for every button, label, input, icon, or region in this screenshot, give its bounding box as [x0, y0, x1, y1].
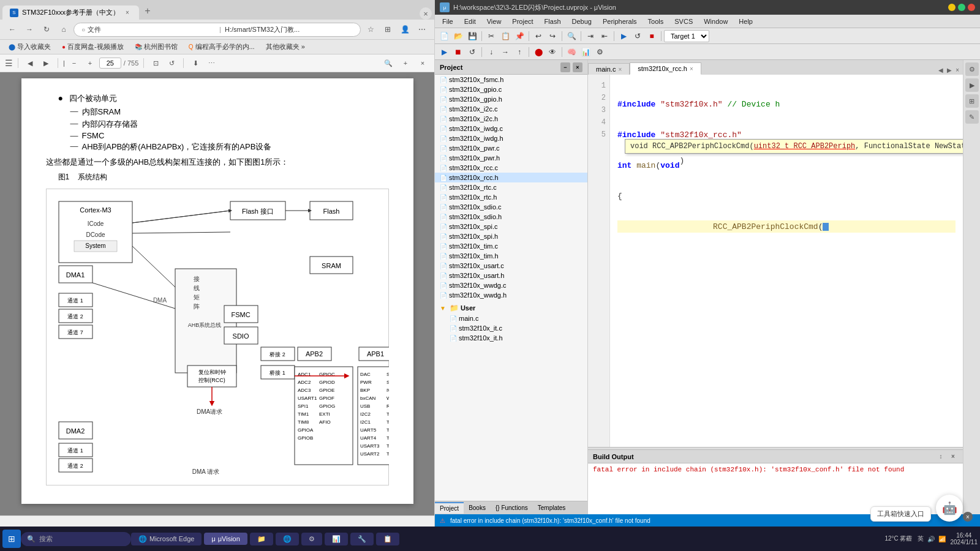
tree-item-usart-c[interactable]: 📄 stm32f10x_usart.c [435, 261, 587, 271]
sidebar-icon-4[interactable]: ✎ [965, 110, 979, 124]
tree-item-main-c[interactable]: 📄 main.c [435, 313, 587, 323]
menu-peripherals[interactable]: Peripherals [598, 17, 642, 26]
tool-undo[interactable]: ↩ [532, 29, 545, 43]
tree-item-tim-c[interactable]: 📄 stm32f10x_tim.c [435, 241, 587, 251]
tab-books[interactable]: Books [464, 503, 491, 513]
tree-item-it-c[interactable]: 📄 stm32f10x_it.c [435, 323, 587, 333]
chat-x-icon[interactable]: × [963, 512, 973, 522]
tree-item-wwdg-h[interactable]: 📄 stm32f10x_wwdg.h [435, 290, 587, 300]
pdf-search-button[interactable]: 🔍 [382, 56, 395, 70]
tool-debug-reset[interactable]: ↺ [466, 45, 479, 59]
tool-debug-start[interactable]: ▶ [437, 45, 451, 59]
taskbar-search-bar[interactable]: 🔍 搜索 [21, 532, 131, 546]
project-panel-minus[interactable]: − [560, 62, 570, 72]
bookmark-more[interactable]: 其他收藏夹 » [262, 41, 309, 53]
tab-nav-close[interactable]: × [954, 66, 960, 75]
browser-tab-active[interactable]: S STM32F10xxx参考手册（中文） × [2, 6, 139, 20]
address-bar[interactable]: ○ 文件 | H:/smart/STM32入门教... [74, 23, 361, 37]
menu-file[interactable]: File [437, 17, 458, 26]
back-button[interactable]: ← [5, 22, 20, 37]
forward-button[interactable]: → [22, 22, 37, 37]
taskbar-browser-btn[interactable]: 🌐 Microsoft Edge [131, 533, 202, 545]
tool-indent[interactable]: ⇥ [584, 29, 597, 43]
menu-window[interactable]: Window [699, 17, 733, 26]
start-button[interactable]: ⊞ [2, 530, 21, 548]
tool-memory[interactable]: 🧠 [565, 45, 578, 59]
menu-debug[interactable]: Debug [567, 17, 597, 26]
tool-step-out[interactable]: ↑ [513, 45, 526, 59]
tree-item-i2c-c[interactable]: 📄 stm32f10x_i2c.c [435, 104, 587, 114]
tree-item-wwdg-c[interactable]: 📄 stm32f10x_wwdg.c [435, 280, 587, 290]
tree-item-rcc-c[interactable]: 📄 stm32f10x_rcc.c [435, 163, 587, 173]
tree-item-fsmc-h[interactable]: 📄 stm32f10x_fsmc.h [435, 75, 587, 84]
menu-tools[interactable]: Tools [643, 17, 669, 26]
pdf-plus-button[interactable]: + [83, 56, 97, 70]
tab-functions[interactable]: {} Functions [491, 503, 533, 513]
bookmark-baidu[interactable]: ● 百度网盘-视频播放 [58, 41, 127, 53]
tree-item-sdio-c[interactable]: 📄 stm32f10x_sdio.c [435, 202, 587, 212]
pdf-close-button[interactable]: × [416, 56, 429, 70]
tool-find[interactable]: 🔍 [565, 29, 578, 43]
tool-step-in[interactable]: ↓ [484, 45, 498, 59]
bookmark-library[interactable]: 📚 杭州图书馆 [131, 41, 181, 53]
pdf-fit-button[interactable]: ⊡ [149, 56, 162, 70]
target-dropdown[interactable]: Target 1 [664, 30, 709, 42]
ide-close-button[interactable]: × [968, 4, 975, 11]
pdf-more-button[interactable]: ⋯ [205, 56, 218, 70]
extensions-button[interactable]: ⊞ [380, 22, 395, 37]
tree-item-iwdg-h[interactable]: 📄 stm32f10x_iwdg.h [435, 133, 587, 143]
pdf-zoom-button[interactable]: + [399, 56, 412, 70]
editor-tab-main-c[interactable]: main.c × [588, 63, 630, 75]
pdf-rotate-button[interactable]: ↺ [165, 56, 178, 70]
tree-item-rtc-h[interactable]: 📄 stm32f10x_rtc.h [435, 192, 587, 202]
tree-item-spi-c[interactable]: 📄 stm32f10x_spi.c [435, 222, 587, 231]
menu-project[interactable]: Project [507, 17, 538, 26]
pdf-sidebar-toggle[interactable]: ☰ [5, 58, 13, 68]
tree-item-rcc-h[interactable]: 📄 stm32f10x_rcc.h [435, 173, 587, 182]
menu-flash[interactable]: Flash [540, 17, 566, 26]
tree-item-spi-h[interactable]: 📄 stm32f10x_spi.h [435, 231, 587, 241]
bookmark-coding[interactable]: Q 编程高手必学的内... [185, 41, 258, 53]
ide-maximize-button[interactable]: □ [958, 4, 965, 11]
menu-svcs[interactable]: SVCS [669, 17, 698, 26]
menu-edit[interactable]: Edit [459, 17, 481, 26]
tab-nav-left[interactable]: ◀ [937, 66, 944, 75]
tree-item-rtc-c[interactable]: 📄 stm32f10x_rtc.c [435, 182, 587, 192]
tool-breakpoint[interactable]: ⬤ [532, 45, 545, 59]
tree-item-usart-h[interactable]: 📄 stm32f10x_usart.h [435, 271, 587, 280]
tool-cut[interactable]: ✂ [484, 29, 498, 43]
tree-item-gpio-c[interactable]: 📄 stm32f10x_gpio.c [435, 84, 587, 94]
home-button[interactable]: ⌂ [56, 22, 71, 37]
tool-build[interactable]: ▶ [617, 29, 630, 43]
taskbar-app1-btn[interactable]: ⚙ [301, 533, 322, 545]
editor-tab-close-rcc[interactable]: × [690, 66, 693, 72]
chat-widget[interactable]: 🤖 [936, 495, 963, 522]
taskbar-app4-btn[interactable]: 📋 [376, 533, 399, 545]
build-output-resize[interactable]: ↕ [936, 452, 946, 462]
tool-debug-stop[interactable]: ⏹ [451, 45, 465, 59]
pdf-page-input[interactable] [99, 58, 121, 69]
tree-item-pwr-c[interactable]: 📄 stm32f10x_pwr.c [435, 143, 587, 153]
editor-tab-rcc-h[interactable]: stm32f10x_rcc.h × [630, 62, 701, 75]
editor-tab-close-main[interactable]: × [618, 66, 622, 73]
taskbar-app3-btn[interactable]: 🔧 [350, 533, 374, 545]
star-button[interactable]: ☆ [363, 22, 378, 37]
tool-registers[interactable]: 📊 [579, 45, 592, 59]
taskbar-clock[interactable]: 16:44 2024/1/11 [951, 532, 978, 545]
tree-item-sdio-h[interactable]: 📄 stm32f10x_sdio.h [435, 212, 587, 222]
taskbar-uvision-btn[interactable]: μ μVision [204, 533, 247, 545]
browser-window-close[interactable]: × [420, 7, 432, 20]
chat-close-button[interactable]: × [963, 512, 973, 522]
build-output-close[interactable]: × [948, 452, 958, 462]
tool-paste[interactable]: 📌 [513, 29, 526, 43]
pdf-minus-button[interactable]: − [67, 56, 81, 70]
tool-watch[interactable]: 👁 [546, 45, 559, 59]
tray-network-icon[interactable]: 📶 [938, 536, 946, 542]
pdf-download-button[interactable]: ⬇ [189, 56, 202, 70]
taskbar-edge2-btn[interactable]: 🌐 [276, 533, 299, 545]
tool-copy[interactable]: 📋 [499, 29, 512, 43]
tree-item-tim-h[interactable]: 📄 stm32f10x_tim.h [435, 251, 587, 261]
tab-nav-right[interactable]: ▶ [946, 66, 953, 75]
code-lines[interactable]: #include "stm32f10x.h" // Device h #incl… [610, 75, 963, 447]
tool-rebuild[interactable]: ↺ [631, 29, 644, 43]
